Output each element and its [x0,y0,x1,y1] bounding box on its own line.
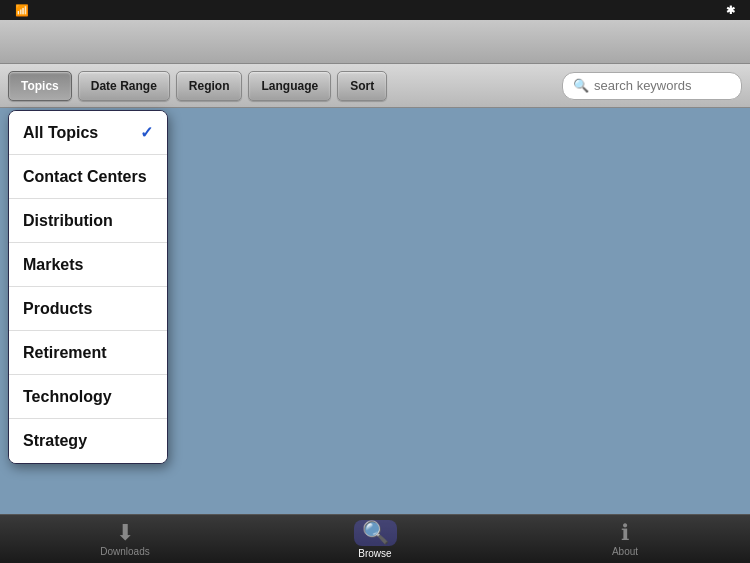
toolbar: TopicsDate RangeRegionLanguageSort 🔍 [0,64,750,108]
dropdown-item-strategy[interactable]: Strategy [9,419,167,463]
tab-icon-browse: 🔍 [354,520,397,546]
dropdown-item-label-markets: Markets [23,256,83,274]
checkmark-icon: ✓ [140,123,153,142]
dropdown-item-distribution[interactable]: Distribution [9,199,167,243]
search-input[interactable] [594,78,731,93]
status-bar: 📶 ✱ [0,0,750,20]
tab-bar: ⬇ Downloads 🔍 Browse ℹ About [0,514,750,563]
tab-item-about[interactable]: ℹ About [500,515,750,563]
dropdown-item-markets[interactable]: Markets [9,243,167,287]
tab-label-browse: Browse [358,548,391,559]
search-box: 🔍 [562,72,742,100]
toolbar-btn-sort[interactable]: Sort [337,71,387,101]
tab-item-browse[interactable]: 🔍 Browse [250,515,500,563]
toolbar-btn-region[interactable]: Region [176,71,243,101]
toolbar-btn-topics[interactable]: Topics [8,71,72,101]
tab-icon-about: ℹ [621,522,629,544]
dropdown-item-label-strategy: Strategy [23,432,87,450]
app-container: TopicsDate RangeRegionLanguageSort 🔍 All… [0,20,750,563]
tab-label-about: About [612,546,638,557]
toolbar-btn-language[interactable]: Language [248,71,331,101]
status-right: ✱ [726,4,740,17]
dropdown-item-contact-centers[interactable]: Contact Centers [9,155,167,199]
dropdown-item-products[interactable]: Products [9,287,167,331]
dropdown-item-all-topics[interactable]: All Topics ✓ [9,111,167,155]
tab-label-downloads: Downloads [100,546,149,557]
dropdown-item-label-distribution: Distribution [23,212,113,230]
toolbar-btn-date-range[interactable]: Date Range [78,71,170,101]
bluetooth-icon: ✱ [726,4,735,17]
status-left: 📶 [10,4,29,17]
tab-item-downloads[interactable]: ⬇ Downloads [0,515,250,563]
dropdown-item-label-technology: Technology [23,388,112,406]
tab-icon-downloads: ⬇ [116,522,134,544]
dropdown-item-label-retirement: Retirement [23,344,107,362]
topics-dropdown: All Topics ✓ Contact Centers Distributio… [8,110,168,464]
search-icon: 🔍 [573,78,589,93]
dropdown-item-retirement[interactable]: Retirement [9,331,167,375]
main-content: All Topics ✓ Contact Centers Distributio… [0,108,750,514]
dropdown-item-label-all-topics: All Topics [23,124,98,142]
dropdown-item-technology[interactable]: Technology [9,375,167,419]
dropdown-item-label-contact-centers: Contact Centers [23,168,147,186]
nav-bar [0,20,750,64]
dropdown-item-label-products: Products [23,300,92,318]
wifi-icon: 📶 [15,4,29,17]
